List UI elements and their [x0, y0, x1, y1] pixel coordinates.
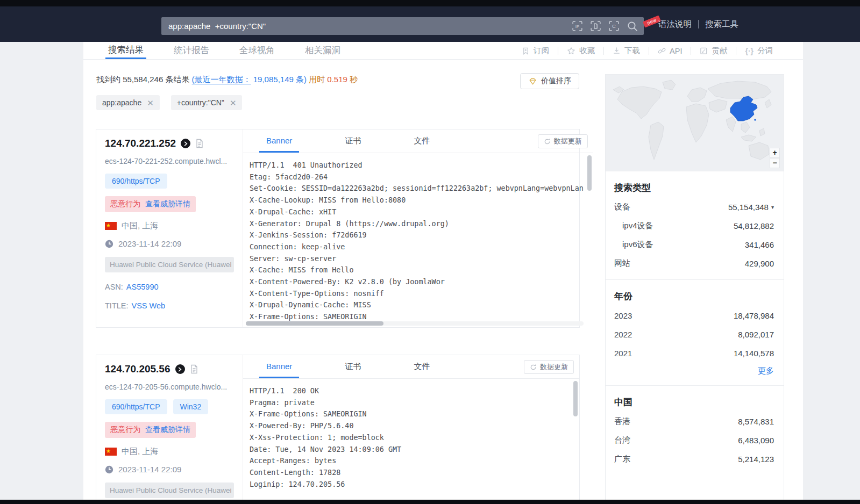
search-icon[interactable] [627, 20, 638, 32]
tab-search-results[interactable]: 搜索结果 [105, 42, 146, 59]
facet-row-ipv4[interactable]: ipv4设备 54,812,882 [614, 217, 774, 235]
tab-certificate[interactable]: 证书 [338, 129, 368, 153]
recent-year-link[interactable]: (最近一年数据： [192, 75, 251, 84]
syntax-help-link[interactable]: 语法说明 [658, 19, 692, 30]
facet-row-guangdong[interactable]: 广东 5,214,123 [614, 450, 774, 469]
facet-value: 8,574,831 [738, 417, 774, 426]
elapsed-unit: 秒 [347, 75, 358, 84]
facet-label[interactable]: 2022 [614, 330, 632, 339]
facet-row-devices[interactable]: 设备 55,154,348▾ [614, 198, 774, 217]
copy-icon[interactable] [190, 364, 198, 374]
facet-row-taiwan[interactable]: 台湾 6,483,090 [614, 431, 774, 450]
tab-statistics-report[interactable]: 统计报告 [171, 42, 212, 59]
remove-filter-icon[interactable]: ✕ [147, 99, 154, 107]
port-tag[interactable]: 690/https/TCP [105, 399, 167, 414]
favorite-button[interactable]: 收藏 [558, 46, 603, 56]
tab-banner[interactable]: Banner [259, 355, 299, 378]
facet-label[interactable]: 台湾 [614, 435, 630, 445]
scrollbar-thumb[interactable] [246, 321, 383, 326]
china-flag-icon: ★ [105, 222, 117, 230]
subscribe-label: 订阅 [534, 46, 549, 56]
tab-certificate[interactable]: 证书 [338, 355, 368, 378]
tab-file[interactable]: 文件 [407, 129, 437, 153]
data-update-button[interactable]: 数据更新 [524, 360, 574, 374]
more-years-link[interactable]: 更多 [614, 363, 774, 379]
facet-label[interactable]: 广东 [614, 454, 630, 464]
facet-label[interactable]: 2021 [614, 349, 632, 358]
map-zoom-out-button[interactable]: − [770, 158, 780, 168]
vertical-scrollbar[interactable] [573, 381, 578, 504]
copy-icon[interactable] [195, 139, 204, 148]
search-input[interactable]: app:apache +country:"CN" [168, 21, 572, 31]
open-result-icon[interactable] [181, 139, 190, 148]
facet-label[interactable]: 2023 [614, 311, 632, 320]
result-ip[interactable]: 124.70.221.252 [105, 138, 176, 149]
remove-filter-icon[interactable]: ✕ [230, 99, 237, 107]
banner-text[interactable]: HTTP/1.1 200 OK Pragma: private X-Frame-… [243, 379, 579, 504]
subscribe-button[interactable]: 订阅 [513, 46, 558, 56]
facet-row-2023[interactable]: 2023 18,478,984 [614, 306, 774, 325]
world-map[interactable]: + − [606, 75, 784, 171]
recent-year-count: 19,085,149 条) [251, 75, 307, 84]
horizontal-scrollbar[interactable] [246, 321, 584, 326]
org-tag[interactable]: Huawei Public Cloud Service (Huawei ... [105, 257, 234, 272]
caret-down-icon[interactable]: ▾ [771, 204, 774, 210]
facet-row-hongkong[interactable]: 香港 8,574,831 [614, 412, 774, 431]
facet-row-2021[interactable]: 2021 14,140,578 [614, 344, 774, 363]
facet-row-ipv6[interactable]: ipv6设备 341,466 [614, 235, 774, 254]
threat-detail-link[interactable]: 查看威胁详情 [145, 425, 190, 434]
map-zoom-controls: + − [770, 148, 780, 168]
open-result-icon[interactable] [175, 364, 185, 374]
tab-related-vulnerabilities[interactable]: 相关漏洞 [302, 42, 343, 59]
download-button[interactable]: 下载 [604, 46, 649, 56]
ip-filter-icon[interactable]: IP [572, 20, 583, 32]
facet-label[interactable]: ipv4设备 [614, 221, 653, 231]
facet-sidebar: + − 搜索类型 设备 55,154,348▾ ipv4设备 54,812,88… [605, 74, 784, 504]
scrollbar-thumb[interactable] [587, 155, 592, 191]
window-bottom-strip [0, 500, 860, 504]
value-sort-button[interactable]: 价值排序 [520, 73, 579, 89]
asn-label: ASN: [105, 283, 123, 291]
facet-year: 年份 2023 18,478,984 2022 8,092,017 2021 1… [606, 279, 784, 385]
asn-link[interactable]: AS55990 [126, 283, 159, 291]
tab-banner[interactable]: Banner [259, 129, 299, 153]
result-hostname[interactable]: ecs-124-70-221-252.compute.hwcl... [105, 157, 234, 165]
vertical-scrollbar[interactable] [587, 155, 592, 321]
api-button[interactable]: API [649, 47, 691, 55]
search-icon-group: IP C [572, 20, 638, 32]
file-filter-icon[interactable] [590, 20, 601, 32]
facet-label[interactable]: ipv6设备 [614, 240, 653, 250]
result-hostname[interactable]: ecs-124-70-205-56.compute.hwclo... [105, 383, 234, 391]
facet-title: 搜索类型 [614, 182, 774, 194]
svg-text:IP: IP [575, 24, 579, 29]
search-tools-link[interactable]: 搜索工具 [705, 19, 738, 30]
title-link[interactable]: VSS Web [132, 301, 166, 310]
facet-label[interactable]: 香港 [614, 416, 630, 427]
tokenize-button[interactable]: {·} 分词 [736, 46, 781, 56]
search-bar[interactable]: app:apache +country:"CN" IP [161, 17, 644, 35]
org-tag[interactable]: Huawei Public Cloud Service (Huawei ... [105, 483, 234, 498]
facet-row-websites[interactable]: 网站 429,900 [614, 254, 774, 273]
result-ip[interactable]: 124.70.205.56 [105, 363, 170, 375]
gem-icon [528, 77, 537, 86]
facet-row-2022[interactable]: 2022 8,092,017 [614, 325, 774, 344]
contribute-button[interactable]: 贡献 [691, 46, 736, 56]
facet-label[interactable]: 网站 [614, 258, 630, 269]
banner-text[interactable]: HTTP/1.1 401 Unauthorized Etag: 5facd2d0… [243, 153, 593, 321]
tab-global-view[interactable]: 全球视角 [237, 42, 278, 59]
map-zoom-in-button[interactable]: + [770, 148, 780, 158]
scrollbar-thumb[interactable] [573, 381, 578, 416]
result-time: 2023-11-14 22:09 [118, 465, 181, 474]
data-update-button[interactable]: 数据更新 [538, 134, 588, 148]
threat-detail-link[interactable]: 查看威胁详情 [145, 199, 190, 208]
port-tag[interactable]: 690/https/TCP [105, 174, 167, 189]
os-tag[interactable]: Win32 [173, 399, 209, 414]
tab-file[interactable]: 文件 [407, 355, 437, 378]
total-count: 55,584,246 [123, 75, 163, 84]
threat-label: 恶意行为 [110, 425, 140, 434]
code-filter-icon[interactable]: C [608, 20, 620, 32]
facet-label[interactable]: 设备 [614, 202, 630, 212]
filter-chip[interactable]: app:apache ✕ [96, 95, 160, 110]
china-flag-icon: ★ [105, 448, 117, 456]
filter-chip[interactable]: +country:"CN" ✕ [171, 95, 243, 110]
